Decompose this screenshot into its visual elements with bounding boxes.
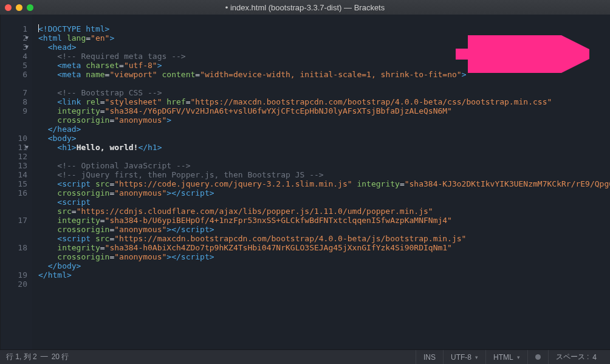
total-lines: 20 行 <box>52 352 69 362</box>
lint-status[interactable] <box>527 350 548 365</box>
insert-mode[interactable]: INS <box>416 350 443 365</box>
indentation-selector[interactable]: スペース : 4 <box>548 350 604 365</box>
main-area: 作業中ファイル index.html bootstrap-3.3.7-dist … <box>0 15 610 349</box>
gutter: 1 2▼ 3▼ 4 5 6 7 8 9 10 11▼ 12 13 14 15 1… <box>1 15 32 349</box>
close-window-button[interactable] <box>5 4 12 11</box>
language-selector[interactable]: HTML▾ <box>485 350 527 365</box>
cursor-position[interactable]: 行 1, 列 2 <box>6 352 37 362</box>
editor[interactable]: 1 2▼ 3▼ 4 5 6 7 8 9 10 11▼ 12 13 14 15 1… <box>1 15 610 349</box>
minimize-window-button[interactable] <box>16 4 22 11</box>
window-controls <box>5 4 33 11</box>
titlebar: • index.html (bootstrap-3.3.7-dist) — Br… <box>0 0 610 15</box>
encoding-selector[interactable]: UTF-8▾ <box>443 350 485 365</box>
code-area[interactable]: <!DOCTYPE html> <html lang="en"> <head> … <box>32 15 610 349</box>
window-title: • index.html (bootstrap-3.3.7-dist) — Br… <box>0 3 610 12</box>
statusbar: 行 1, 列 2 — 20 行 INS UTF-8▾ HTML▾ スペース : … <box>0 349 610 364</box>
zoom-window-button[interactable] <box>27 4 33 11</box>
status-dot-icon <box>535 354 541 360</box>
